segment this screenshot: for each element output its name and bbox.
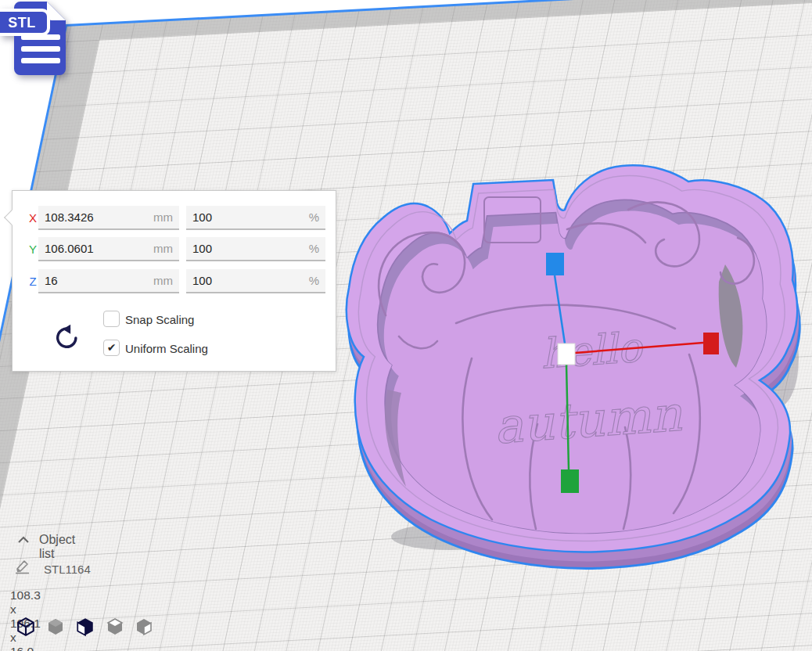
y-size-unit: mm <box>153 237 173 261</box>
scale-handle-y[interactable] <box>561 469 579 493</box>
x-percent-value[interactable]: 100 <box>192 206 212 229</box>
object-list-item[interactable]: STL1164 <box>44 563 91 576</box>
uniform-scaling-label: Uniform Scaling <box>125 342 208 355</box>
x-percent-field[interactable]: 100 % <box>186 206 325 230</box>
model-pumpkin-mold[interactable]: hello autumn <box>340 155 810 581</box>
view-top-icon[interactable] <box>75 617 95 637</box>
scale-tool-panel: X 108.3426 mm 100 % Y 106.0601 mm 100 % … <box>12 190 336 372</box>
stl-file-icon: STL <box>0 0 78 82</box>
edit-pencil-icon[interactable] <box>14 559 31 574</box>
x-size-value[interactable]: 108.3426 <box>45 206 94 229</box>
y-percent-value[interactable]: 100 <box>192 237 212 261</box>
z-percent-field[interactable]: 100 % <box>186 269 325 293</box>
view-orientation-toolbar <box>16 617 153 637</box>
z-size-field[interactable]: 16 mm <box>38 269 179 293</box>
stl-badge-label: STL <box>8 15 36 31</box>
model-cavity-floor <box>384 210 773 544</box>
viewport-3d[interactable]: hello autumn STL X 108.3426 mm 100 <box>0 0 812 651</box>
x-size-unit: mm <box>153 206 173 229</box>
view-3d-icon[interactable] <box>16 617 36 637</box>
y-size-value[interactable]: 106.0601 <box>45 237 94 261</box>
plate-edge-top <box>65 0 812 27</box>
document-lines <box>21 34 60 63</box>
scale-handle-center[interactable] <box>558 343 575 365</box>
snap-scaling-label: Snap Scaling <box>125 313 194 326</box>
scale-handle-x[interactable] <box>703 333 719 354</box>
engraved-text-hello: hello <box>539 323 645 377</box>
y-size-field[interactable]: 106.0601 mm <box>38 237 179 261</box>
view-left-icon[interactable] <box>106 617 124 637</box>
view-right-icon[interactable] <box>135 617 153 637</box>
reset-scale-icon[interactable] <box>53 322 80 352</box>
panel-pointer-arrow <box>4 210 20 225</box>
collapse-chevron-icon[interactable] <box>16 535 31 545</box>
snap-scaling-checkbox[interactable]: ✔ <box>103 311 120 327</box>
view-front-icon[interactable] <box>46 617 65 637</box>
y-percent-unit: % <box>309 237 319 261</box>
scale-handle-z[interactable] <box>546 253 564 275</box>
x-percent-unit: % <box>309 206 319 229</box>
x-size-field[interactable]: 108.3426 mm <box>38 206 179 230</box>
z-percent-value[interactable]: 100 <box>192 269 212 293</box>
uniform-scaling-checkbox[interactable]: ✔ <box>103 340 120 356</box>
z-size-value[interactable]: 16 <box>45 269 58 293</box>
uniform-scaling-check: ✔ <box>107 341 117 354</box>
y-percent-field[interactable]: 100 % <box>186 237 325 261</box>
z-percent-unit: % <box>309 269 319 293</box>
z-size-unit: mm <box>153 269 173 293</box>
object-list-title[interactable]: Object list <box>39 533 75 561</box>
